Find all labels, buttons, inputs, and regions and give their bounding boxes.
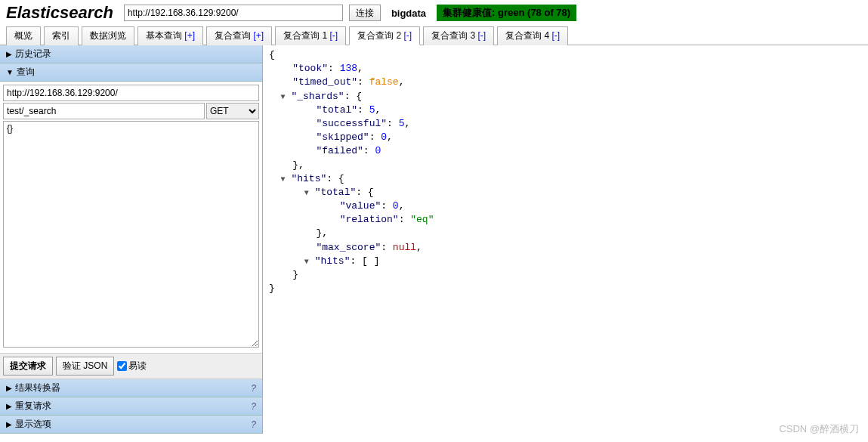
submit-button[interactable]: 提交请求 [3, 357, 53, 376]
tab-0[interactable]: 概览 [6, 26, 41, 45]
tab-8[interactable]: 复合查询 4 [-] [497, 26, 568, 45]
repeat-request-section[interactable]: ▶ 重复请求 ? [0, 397, 262, 416]
validate-json-button[interactable]: 验证 JSON [56, 357, 114, 376]
chevron-right-icon: ▶ [6, 384, 12, 392]
help-icon[interactable]: ? [251, 383, 256, 394]
query-section[interactable]: ▼ 查询 [0, 63, 262, 82]
result-transformer-section[interactable]: ▶ 结果转换器 ? [0, 379, 262, 397]
chevron-down-icon: ▼ [6, 68, 14, 76]
chevron-right-icon: ▶ [6, 402, 12, 410]
cluster-name: bigdata [391, 8, 426, 19]
help-icon[interactable]: ? [251, 419, 256, 430]
watermark: CSDN @醉酒横刀 [779, 422, 859, 434]
transformer-label: 结果转换器 [15, 382, 60, 394]
tab-4[interactable]: 复合查询 [+] [206, 26, 272, 45]
connect-button[interactable]: 连接 [349, 5, 381, 21]
pretty-checkbox[interactable] [117, 361, 127, 371]
json-result-view: { "took": 138, "timed_out": false, ▼ "_s… [263, 45, 868, 434]
pretty-checkbox-label[interactable]: 易读 [117, 360, 147, 372]
tab-bar: 概览索引数据浏览基本查询 [+]复合查询 [+]复合查询 1 [-]复合查询 2… [0, 26, 868, 45]
display-label: 显示选项 [15, 418, 51, 431]
chevron-right-icon: ▶ [6, 50, 12, 58]
app-logo: Elasticsearch [6, 3, 118, 23]
server-url-input[interactable] [124, 5, 343, 21]
endpoint-input[interactable] [3, 85, 259, 101]
cluster-health-badge: 集群健康值: green (78 of 78) [437, 5, 576, 21]
tab-2[interactable]: 数据浏览 [82, 26, 134, 45]
chevron-right-icon: ▶ [6, 420, 12, 428]
tab-3[interactable]: 基本查询 [+] [137, 26, 203, 45]
tab-7[interactable]: 复合查询 3 [-] [423, 26, 494, 45]
path-input[interactable] [3, 103, 205, 119]
help-icon[interactable]: ? [251, 401, 256, 412]
query-label: 查询 [17, 66, 35, 79]
history-label: 历史记录 [15, 48, 51, 60]
display-options-section[interactable]: ▶ 显示选项 ? [0, 416, 262, 434]
sidebar: ▶ 历史记录 ▼ 查询 GET {} 提交请求 验证 JSON 易读 [0, 45, 263, 434]
tab-5[interactable]: 复合查询 1 [-] [275, 26, 346, 45]
repeat-label: 重复请求 [15, 400, 51, 413]
tab-6[interactable]: 复合查询 2 [-] [349, 26, 420, 45]
history-section[interactable]: ▶ 历史记录 [0, 45, 262, 63]
request-body-textarea[interactable]: {} [3, 121, 259, 348]
tab-1[interactable]: 索引 [44, 26, 79, 45]
method-select[interactable]: GET [206, 103, 259, 119]
